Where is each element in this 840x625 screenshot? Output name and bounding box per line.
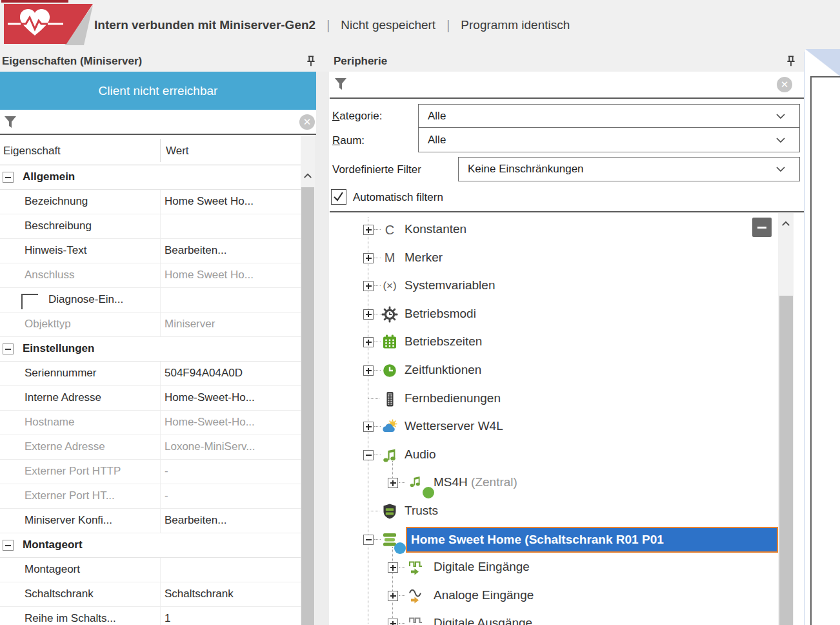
property-row[interactable]: Reihe im Schalts...1 [0,607,301,625]
property-row[interactable]: BezeichnungHome Sweet Ho... [0,190,301,214]
property-row[interactable]: Hinweis-TextBearbeiten... [0,239,301,263]
tree-guide-line [374,342,381,342]
tree-item-wetterserver-w4l[interactable]: Wetterserver W4L [330,413,778,441]
properties-filter-input[interactable] [22,112,290,131]
tree-item-label: Merker [405,251,443,265]
tree-item-ms4h[interactable]: MS4H (Zentral) [330,469,778,497]
column-divider [160,435,161,459]
property-value[interactable]: 1 [165,612,298,625]
tree-item-betriebsmodi[interactable]: Betriebsmodi [330,300,778,329]
collapse-minus-icon[interactable] [363,450,374,460]
digital-in-icon [408,559,425,576]
property-value[interactable]: Home-Sweet-Ho... [165,391,298,404]
peripherie-tree: CKonstantenMMerker(×)SystemvariablenBetr… [330,216,778,625]
property-row[interactable]: HostnameHome-Sweet-Ho... [0,411,301,435]
property-row[interactable]: SchaltschrankSchaltschrank [0,582,301,607]
tree-item-systemvariablen[interactable]: (×)Systemvariablen [330,272,778,300]
category-dropdown[interactable]: Alle [418,104,800,128]
property-value[interactable]: Loxone-MiniServ... [165,440,298,453]
property-row[interactable]: Diagnose-Ein... [0,288,301,312]
tree-item-fernbedienungen[interactable]: Fernbedienungen [330,385,778,413]
expand-plus-icon[interactable] [388,619,398,625]
expand-plus-icon[interactable] [363,422,374,432]
panel-splitter[interactable] [804,52,805,625]
property-row[interactable]: Interne AdresseHome-Sweet-Ho... [0,386,301,411]
property-value[interactable]: Miniserver [165,318,298,331]
status-connected: Intern verbunden mit Miniserver-Gen2 [94,18,315,32]
category-value: Alle [428,110,446,123]
property-value[interactable]: Home-Sweet-Ho... [165,416,298,429]
scroll-up-arrow[interactable] [779,216,793,231]
autofilter-checkbox[interactable] [331,189,346,205]
tree-item-digitale-eing-nge[interactable]: Digitale Eingänge [330,553,778,582]
pin-icon[interactable] [786,56,796,67]
tree-item-betriebszeiten[interactable]: Betriebszeiten [330,328,778,356]
tree-item-audio[interactable]: Audio [330,441,778,469]
property-group-row[interactable]: Montageort [0,533,301,558]
expand-plus-icon[interactable] [388,562,398,573]
tree-item-konstanten[interactable]: CKonstanten [330,216,778,244]
property-row[interactable]: ObjekttypMiniserver [0,312,301,337]
tree-item-home-sweet-home-schaltschrank-r01-p01[interactable]: Home Sweet Home (Schaltschrank R01 P01 [330,526,778,554]
tree-item-merker[interactable]: MMerker [330,244,778,272]
scrollbar-thumb[interactable] [779,296,793,625]
property-value[interactable]: - [165,465,298,478]
property-value[interactable]: Bearbeiten... [165,244,298,257]
group-label: Einstellungen [23,342,94,355]
property-value[interactable]: Bearbeiten... [165,514,298,527]
expand-plus-icon[interactable] [363,253,374,263]
expand-plus-icon[interactable] [388,591,398,601]
property-value[interactable]: - [165,489,298,502]
property-name: Bezeichnung [25,195,157,208]
pin-icon[interactable] [306,56,316,67]
tree-item-trusts[interactable]: Trusts [330,497,778,526]
collapse-minus-icon[interactable] [363,535,374,545]
property-row[interactable]: Miniserver Konfi...Bearbeiten... [0,509,301,533]
property-value[interactable]: Home Sweet Ho... [165,195,298,208]
collapse-box-icon[interactable] [3,172,14,183]
property-row[interactable]: AnschlussHome Sweet Ho... [0,263,301,288]
tree-item-label: Fernbedienungen [405,391,501,405]
property-row[interactable]: Externer Port HT...- [0,484,301,509]
property-name: Hinweis-Text [25,244,157,257]
expand-plus-icon[interactable] [363,365,374,376]
tree-item-label: Konstanten [405,222,466,236]
collapse-box-icon[interactable] [3,343,14,354]
tree-scrollbar[interactable] [778,213,794,625]
clear-filter-button[interactable]: ✕ [299,114,315,130]
property-name: Externer Port HT... [25,489,157,502]
room-dropdown[interactable]: Alle [418,127,800,152]
expand-plus-icon[interactable] [363,225,374,235]
column-divider [160,288,161,312]
property-row[interactable]: Seriennummer504F94A04A0D [0,362,301,386]
clear-filter-button[interactable]: ✕ [777,77,792,92]
property-value[interactable]: Schaltschrank [165,588,298,600]
tree-guide-line [399,567,405,568]
properties-scrollbar[interactable] [301,136,315,625]
tree-item-zeitfunktionen[interactable]: Zeitfunktionen [330,356,778,385]
property-row[interactable]: Externe AdresseLoxone-MiniServ... [0,435,301,460]
property-group-row[interactable]: Einstellungen [0,337,301,362]
tree-item-digitale-ausg-nge[interactable]: Digitale Ausgänge [330,610,778,625]
collapse-box-icon[interactable] [3,540,14,551]
column-divider[interactable] [160,139,161,162]
tree-item-label: Systemvariablen [405,278,495,292]
property-row[interactable]: Externer Port HTTP- [0,460,301,484]
collapse-all-button[interactable] [752,218,772,237]
peripherie-filter-input[interactable] [352,74,778,95]
predefined-filter-dropdown[interactable]: Keine Einschränkungen [458,157,800,181]
property-group-row[interactable]: Allgemein [0,165,301,190]
property-row[interactable]: Montageort [0,558,301,582]
expand-plus-icon[interactable] [363,309,374,320]
remote-icon [381,391,398,407]
property-value[interactable]: Home Sweet Ho... [165,269,298,282]
expand-plus-icon[interactable] [363,337,374,347]
tree-item-analoge-eing-nge[interactable]: Analoge Eingänge [330,582,778,610]
scrollbar-thumb[interactable] [301,187,314,625]
property-row[interactable]: Beschreibung [0,214,301,239]
property-value[interactable]: 504F94A04A0D [165,367,298,380]
expand-plus-icon[interactable] [388,478,398,488]
chevron-down-icon [776,114,785,119]
scroll-up-arrow[interactable] [301,168,315,183]
expand-plus-icon[interactable] [363,281,374,291]
